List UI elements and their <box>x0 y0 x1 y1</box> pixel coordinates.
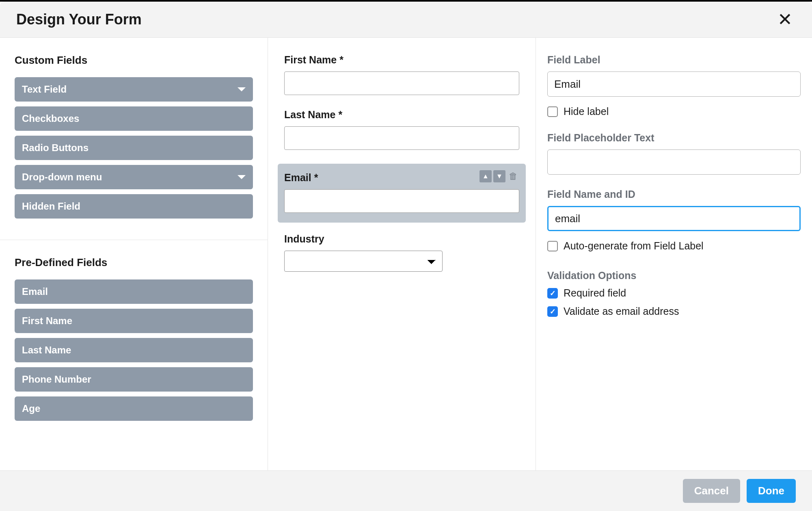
form-field-input[interactable] <box>284 189 519 213</box>
form-canvas: First Name *Last Name *Email *▲▼🗑Industr… <box>268 38 536 470</box>
fieldname-title: Field Name and ID <box>547 188 801 200</box>
cancel-button[interactable]: Cancel <box>683 479 740 503</box>
predefined-field-email[interactable]: Email <box>15 279 253 304</box>
form-field-2[interactable]: Email *▲▼🗑 <box>278 164 526 223</box>
modal-footer: Cancel Done <box>0 470 812 511</box>
field-btn-label: Hidden Field <box>22 201 80 212</box>
form-field-select[interactable] <box>284 251 443 272</box>
required-row: ✓ Required field <box>547 287 801 299</box>
custom-field-hidden-field[interactable]: Hidden Field <box>15 194 253 219</box>
required-checkbox[interactable]: ✓ <box>547 288 558 299</box>
field-btn-label: Drop-down menu <box>22 171 102 183</box>
predefined-field-phone-number[interactable]: Phone Number <box>15 367 253 392</box>
done-button[interactable]: Done <box>747 479 796 503</box>
form-field-input[interactable] <box>284 71 519 95</box>
hide-label-text: Hide label <box>564 106 609 117</box>
field-btn-label: First Name <box>22 315 72 327</box>
fieldname-input[interactable] <box>547 206 801 231</box>
custom-fields-section: Custom Fields Text FieldCheckboxesRadio … <box>0 38 268 240</box>
custom-field-text-field[interactable]: Text Field <box>15 77 253 102</box>
predefined-field-first-name[interactable]: First Name <box>15 309 253 333</box>
custom-fields-title: Custom Fields <box>15 54 253 67</box>
predefined-field-last-name[interactable]: Last Name <box>15 338 253 362</box>
field-btn-label: Radio Buttons <box>22 142 89 154</box>
autogen-checkbox[interactable] <box>547 241 558 251</box>
predefined-fields-section: Pre-Defined Fields EmailFirst NameLast N… <box>0 240 268 442</box>
form-field-label: Last Name * <box>284 109 519 121</box>
field-actions: ▲▼🗑 <box>479 170 519 182</box>
form-field-label: Industry <box>284 233 519 245</box>
placeholder-input[interactable] <box>547 149 801 175</box>
required-text: Required field <box>564 287 626 299</box>
modal-title: Design Your Form <box>16 11 142 28</box>
hide-label-checkbox[interactable] <box>547 106 558 117</box>
chevron-down-icon <box>238 87 246 91</box>
custom-field-checkboxes[interactable]: Checkboxes <box>15 106 253 131</box>
trash-icon[interactable]: 🗑 <box>507 170 519 182</box>
autogen-row: Auto-generate from Field Label <box>547 240 801 252</box>
predefined-fields-title: Pre-Defined Fields <box>15 256 253 269</box>
form-field-label: First Name * <box>284 54 519 66</box>
field-label-input[interactable] <box>547 71 801 97</box>
custom-field-drop-down-menu[interactable]: Drop-down menu <box>15 165 253 189</box>
field-properties-panel: Field Label Hide label Field Placeholder… <box>536 38 812 470</box>
field-btn-label: Last Name <box>22 344 71 356</box>
placeholder-title: Field Placeholder Text <box>547 132 801 144</box>
design-form-modal: Design Your Form ✕ Custom Fields Text Fi… <box>0 0 812 511</box>
form-field-0[interactable]: First Name * <box>278 54 526 95</box>
move-down-icon[interactable]: ▼ <box>493 170 505 182</box>
form-field-1[interactable]: Last Name * <box>278 109 526 150</box>
field-btn-label: Phone Number <box>22 374 91 385</box>
validate-email-text: Validate as email address <box>564 305 679 317</box>
field-btn-label: Age <box>22 403 40 414</box>
field-btn-label: Text Field <box>22 84 67 95</box>
autogen-text: Auto-generate from Field Label <box>564 240 704 252</box>
validation-title: Validation Options <box>547 270 801 281</box>
field-label-title: Field Label <box>547 54 801 66</box>
field-btn-label: Email <box>22 286 48 297</box>
move-up-icon[interactable]: ▲ <box>479 170 492 182</box>
form-field-input[interactable] <box>284 126 519 150</box>
field-palette: Custom Fields Text FieldCheckboxesRadio … <box>0 38 268 470</box>
predefined-field-age[interactable]: Age <box>15 396 253 421</box>
form-field-3[interactable]: Industry <box>278 233 526 272</box>
validate-email-row: ✓ Validate as email address <box>547 305 801 317</box>
validate-email-checkbox[interactable]: ✓ <box>547 306 558 317</box>
modal-body: Custom Fields Text FieldCheckboxesRadio … <box>0 38 812 470</box>
custom-field-radio-buttons[interactable]: Radio Buttons <box>15 136 253 160</box>
hide-label-row: Hide label <box>547 106 801 117</box>
modal-header: Design Your Form ✕ <box>0 2 812 38</box>
close-icon[interactable]: ✕ <box>774 11 796 28</box>
chevron-down-icon <box>238 175 246 179</box>
field-btn-label: Checkboxes <box>22 113 79 124</box>
